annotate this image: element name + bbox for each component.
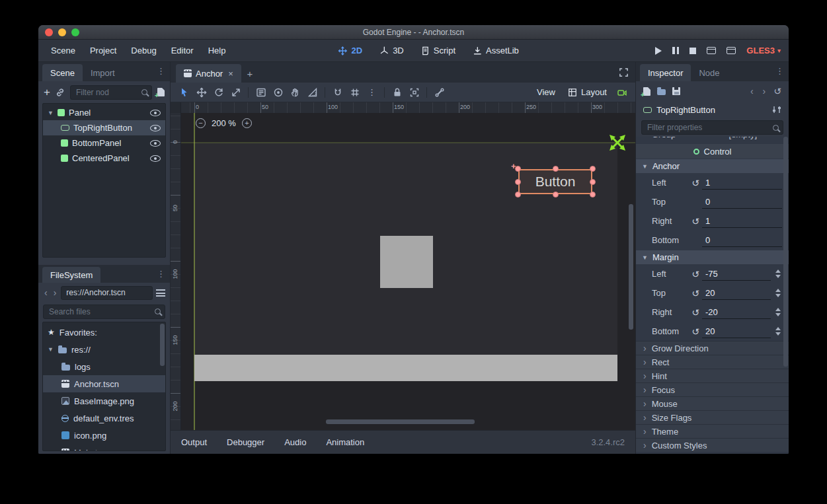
save-resource-button[interactable] <box>672 87 680 95</box>
list-item-baseimage-png[interactable]: BaseImage.png <box>43 392 165 410</box>
bottom-tab-audio[interactable]: Audio <box>284 437 306 447</box>
resize-handle[interactable] <box>515 179 521 185</box>
load-resource-button[interactable] <box>657 89 666 95</box>
grid-snap-icon[interactable] <box>346 85 363 100</box>
anchor-top-field[interactable]: 0 <box>702 196 782 209</box>
section-anchor[interactable]: ▼ Anchor <box>636 159 789 173</box>
visibility-eye-icon[interactable] <box>150 125 161 131</box>
history-forward-icon[interactable]: › <box>762 86 768 96</box>
scene-tree-row-centeredpanel[interactable]: CenteredPanel <box>43 151 165 166</box>
scene-tree-row-bottompanel[interactable]: BottomPanel <box>43 135 165 151</box>
attach-script-button[interactable]: + <box>157 88 165 96</box>
distraction-free-icon[interactable] <box>619 67 629 77</box>
revert-icon[interactable]: ↺ <box>689 326 702 337</box>
zoom-out-button[interactable]: − <box>196 118 206 128</box>
property-row-group[interactable]: Group [empty] <box>636 137 789 143</box>
favorites-row[interactable]: ★ Favorites: <box>43 324 165 341</box>
resize-handle[interactable] <box>553 166 559 172</box>
section-custom-styles[interactable]: ›Custom Styles <box>636 438 789 452</box>
ruler-tool-icon[interactable] <box>304 85 321 100</box>
zoom-in-button[interactable]: + <box>242 118 252 128</box>
snap-options-icon[interactable]: ⋮ <box>364 85 380 100</box>
renderer-dropdown[interactable]: GLES3 ▾ <box>746 46 781 55</box>
new-scene-tab-button[interactable]: + <box>241 64 258 83</box>
centered-panel-node[interactable] <box>380 236 433 288</box>
move-tool-icon[interactable] <box>193 85 210 100</box>
inspector-filter-input[interactable] <box>646 122 769 133</box>
skeleton-icon[interactable] <box>431 85 448 100</box>
section-hint[interactable]: ›Hint <box>636 369 789 382</box>
resize-handle[interactable] <box>590 166 596 172</box>
add-node-button[interactable]: + <box>44 86 50 99</box>
visibility-eye-icon[interactable] <box>150 155 161 162</box>
zoom-level[interactable]: 200 % <box>212 118 236 128</box>
tab-anchor-scene[interactable]: Anchor × <box>176 64 241 83</box>
scale-tool-icon[interactable] <box>227 85 244 100</box>
resize-handle[interactable] <box>590 192 596 198</box>
workspace-script[interactable]: Script <box>421 46 455 55</box>
menu-project[interactable]: Project <box>83 46 124 55</box>
view-menu-button[interactable]: View <box>531 87 561 97</box>
margin-bottom-field[interactable]: 20 <box>702 325 771 338</box>
bottom-tab-output[interactable]: Output <box>181 437 207 447</box>
close-window-button[interactable] <box>45 28 53 36</box>
canvas-horizontal-scrollbar[interactable] <box>326 419 475 424</box>
spinner[interactable] <box>774 308 782 316</box>
list-select-icon[interactable] <box>253 85 269 100</box>
bottom-tab-animation[interactable]: Animation <box>326 437 364 447</box>
spinner[interactable] <box>774 327 782 336</box>
lock-icon[interactable] <box>389 85 405 100</box>
play-scene-button[interactable] <box>707 47 716 54</box>
inspector-menu-icon[interactable]: ⋮ <box>775 66 784 76</box>
revert-icon[interactable]: ↺ <box>689 269 702 279</box>
property-tools-icon[interactable] <box>772 106 781 114</box>
list-item-default-env[interactable]: default_env.tres <box>43 410 165 427</box>
zoom-window-button[interactable] <box>71 28 79 36</box>
revert-icon[interactable]: ↺ <box>689 288 702 299</box>
menu-debug[interactable]: Debug <box>124 46 163 55</box>
new-resource-button[interactable]: + <box>643 87 650 96</box>
stop-button[interactable] <box>689 48 696 54</box>
section-grow-direction[interactable]: ›Grow Direction <box>636 341 789 355</box>
nav-forward-icon[interactable]: › <box>52 287 58 298</box>
anchor-left-field[interactable]: 1 <box>702 176 782 190</box>
menu-scene[interactable]: Scene <box>44 46 83 55</box>
section-rect[interactable]: ›Rect <box>636 355 789 369</box>
instance-scene-icon[interactable] <box>56 88 65 97</box>
menu-editor[interactable]: Editor <box>164 46 201 55</box>
inspector-scrollbar[interactable] <box>783 137 788 367</box>
menu-help[interactable]: Help <box>201 46 233 55</box>
list-item-anchor-tscn[interactable]: Anchor.tscn <box>43 375 165 392</box>
anchor-right-field[interactable]: 1 <box>702 215 782 228</box>
list-item-res[interactable]: ▼ res:// <box>43 341 165 358</box>
current-path[interactable]: res://Anchor.tscn <box>61 286 153 300</box>
workspace-2d[interactable]: 2D <box>338 46 363 55</box>
layout-menu-button[interactable]: Layout <box>562 87 613 97</box>
filesystem-menu-icon[interactable]: ⋮ <box>157 269 165 279</box>
smart-snap-icon[interactable] <box>329 85 346 100</box>
selected-button-control[interactable]: Button + <box>518 169 592 194</box>
scene-tree-row-toprightbutton[interactable]: TopRightButton <box>43 120 165 135</box>
resize-handle[interactable] <box>553 192 559 198</box>
filesystem-scrollbar[interactable] <box>160 324 165 366</box>
bottom-tab-debugger[interactable]: Debugger <box>227 437 264 447</box>
margin-top-field[interactable]: 20 <box>702 287 771 300</box>
group-icon[interactable] <box>406 85 422 100</box>
section-size-flags[interactable]: ›Size Flags <box>636 410 789 424</box>
collapse-icon[interactable]: ▼ <box>48 110 54 116</box>
scene-filter-input[interactable] <box>75 87 138 98</box>
tab-filesystem[interactable]: FileSystem <box>42 267 100 283</box>
revert-icon[interactable]: ↺ <box>689 178 702 188</box>
tab-inspector[interactable]: Inspector <box>640 64 691 81</box>
resize-handle[interactable] <box>515 166 521 172</box>
pivot-tool-icon[interactable] <box>270 85 286 100</box>
play-custom-scene-button[interactable] <box>727 47 736 54</box>
resize-handle[interactable] <box>515 192 521 198</box>
pan-tool-icon[interactable] <box>287 85 303 100</box>
revert-icon[interactable]: ↺ <box>689 216 702 227</box>
camera-override-icon[interactable] <box>613 85 630 100</box>
list-item-main-tscn[interactable]: Main.tscn <box>43 444 165 451</box>
anchor-bottom-field[interactable]: 0 <box>702 234 782 247</box>
margin-left-field[interactable]: -75 <box>702 268 771 281</box>
display-mode-icon[interactable] <box>156 289 165 297</box>
